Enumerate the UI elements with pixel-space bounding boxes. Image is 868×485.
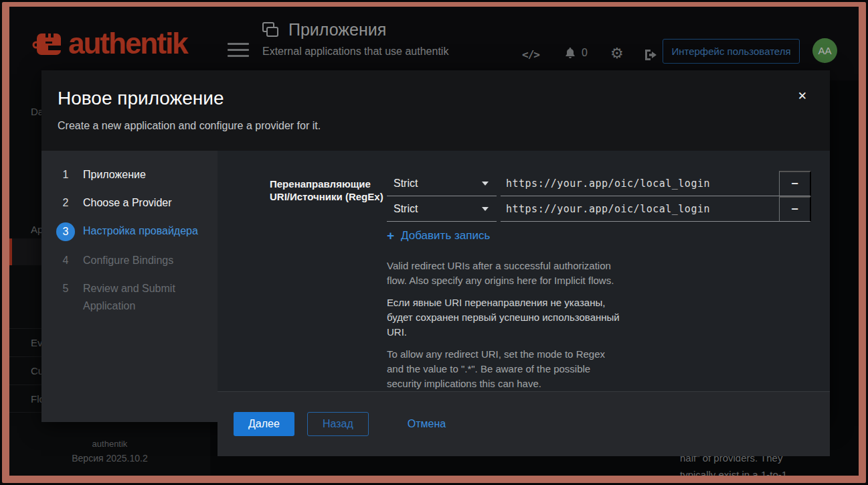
add-entry-label: Добавить запись: [401, 229, 490, 242]
wizard-step-configure-bindings: 4 Configure Bindings: [41, 247, 218, 275]
cancel-button[interactable]: Отмена: [401, 412, 452, 436]
step-label: Настройка провайдера: [83, 222, 198, 240]
modal-body: 1 Приложение 2 Choose a Provider 3 Настр…: [41, 151, 830, 422]
redirect-uri-input[interactable]: [501, 171, 779, 196]
step-label: Configure Bindings: [83, 252, 173, 269]
step-number: 2: [56, 194, 75, 212]
matching-mode-value: Strict: [394, 203, 418, 215]
step-number: 5: [56, 280, 75, 297]
wizard-content-column: Перенаправляющие URI/Источники (RegEx) S…: [218, 151, 830, 422]
modal-title: Новое приложение: [58, 88, 814, 109]
chevron-down-icon: [482, 207, 489, 211]
redirect-uri-input[interactable]: [501, 196, 779, 222]
chevron-down-icon: [482, 182, 489, 186]
help-text-regex: To allow any redirect URI, set the mode …: [387, 347, 622, 391]
add-entry-button[interactable]: + Добавить запись: [387, 228, 811, 243]
wizard-form: Перенаправляющие URI/Источники (RegEx) S…: [218, 151, 830, 391]
redirect-uri-row: Strict −: [387, 196, 811, 222]
remove-entry-button[interactable]: −: [779, 171, 811, 196]
plus-icon: +: [387, 228, 394, 243]
app-screen: authentik Приложения External applicatio…: [9, 7, 859, 476]
step-number: 1: [56, 166, 75, 184]
step-label: Приложение: [83, 166, 146, 184]
wizard-step-choose-provider[interactable]: 2 Choose a Provider: [41, 189, 218, 217]
back-button[interactable]: Назад: [307, 412, 369, 436]
step-number: 4: [56, 252, 75, 269]
step-label: Choose a Provider: [83, 194, 172, 212]
help-text-redirect: Valid redirect URIs after a successful a…: [387, 259, 622, 288]
redirect-uris-field-label: Перенаправляющие URI/Источники (RegEx): [270, 171, 387, 391]
matching-mode-value: Strict: [394, 178, 418, 190]
close-icon[interactable]: ✕: [798, 89, 807, 103]
wizard-steps-nav: 1 Приложение 2 Choose a Provider 3 Настр…: [41, 151, 218, 422]
help-text-implicit-save: Если явные URI перенаправления не указан…: [387, 295, 622, 340]
next-button[interactable]: Далее: [234, 412, 294, 436]
matching-mode-select[interactable]: Strict: [387, 171, 497, 196]
new-application-modal: Новое приложение Create a new applicatio…: [41, 70, 830, 422]
step-number: 3: [56, 222, 75, 241]
remove-entry-button[interactable]: −: [779, 196, 811, 222]
step-label: Review and Submit Application: [83, 280, 205, 315]
wizard-step-application[interactable]: 1 Приложение: [41, 161, 218, 189]
modal-subtitle: Create a new application and configure a…: [58, 120, 814, 132]
wizard-step-review-submit: 5 Review and Submit Application: [41, 275, 218, 320]
modal-header: Новое приложение Create a new applicatio…: [41, 70, 830, 151]
wizard-step-provider-config[interactable]: 3 Настройка провайдера: [41, 217, 218, 247]
wizard-footer: Далее Назад Отмена: [218, 391, 830, 456]
redirect-uri-row: Strict −: [387, 171, 811, 196]
matching-mode-select[interactable]: Strict: [387, 196, 497, 222]
